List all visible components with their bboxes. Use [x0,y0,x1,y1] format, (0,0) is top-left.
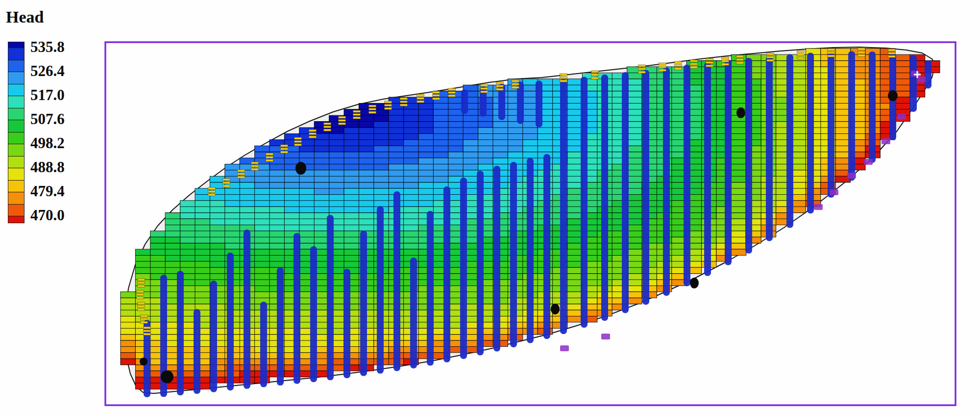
legend-swatch [8,156,24,169]
boundary-condition-mark [238,176,245,178]
grid-column-bar [210,281,217,392]
boundary-condition-mark [251,168,259,170]
boundary-condition-mark [400,104,408,106]
grid-column-bar [393,191,400,371]
boundary-condition-mark [659,69,666,71]
boundary-condition-mark [888,55,896,57]
legend-swatch [8,168,24,181]
grid-column-bar [869,52,876,163]
boundary-condition-mark [448,95,456,97]
grid-column-bar [377,206,384,374]
boundary-condition-mark [385,107,392,109]
grid-column-bar [327,215,334,380]
boundary-condition-mark [433,98,440,100]
boundary-condition-mark [512,83,519,85]
boundary-condition-mark [281,151,288,153]
boundary-condition-mark [591,74,599,76]
boundary-condition-mark [138,309,145,311]
legend-swatch [8,72,24,84]
legend-swatch [8,108,24,121]
boundary-condition-mark [353,114,361,116]
well-marker[interactable] [295,162,306,175]
boundary-condition-mark [324,123,331,125]
boundary-condition-mark [417,94,424,96]
legend-swatch [8,216,24,222]
well-marker[interactable] [161,370,173,383]
boundary-condition-mark [675,68,682,70]
boundary-condition-mark [417,101,424,103]
well-marker[interactable] [690,278,699,288]
boundary-condition-mark [138,302,145,304]
grid-column-bar [460,178,467,359]
grid-column-bar [177,271,184,395]
boundary-condition-mark [706,62,713,64]
boundary-condition-mark [722,57,729,59]
model-plot [0,0,980,416]
boundary-condition-mark [141,315,148,317]
boundary-condition-mark [144,327,151,329]
legend-value: 507.6 [30,110,65,128]
legend-swatch [8,181,24,193]
boundary-condition-mark [137,297,144,299]
boundary-condition-mark [294,144,302,146]
well-marker[interactable] [888,90,898,101]
well-marker[interactable] [140,358,147,365]
grid-column-bar [925,60,931,88]
boundary-condition-mark [448,92,456,94]
boundary-condition-mark [828,49,835,51]
boundary-condition-mark [722,60,729,62]
edge-cell-marker [601,334,610,339]
boundary-condition-mark [281,148,288,150]
boundary-condition-mark [339,123,346,125]
boundary-condition-mark [208,187,216,189]
grid-column-bar [510,162,517,347]
boundary-condition-mark [208,191,216,193]
edge-cell-marker [911,71,920,77]
grid-column-bar [642,70,649,305]
boundary-condition-mark [560,74,567,76]
grid-column-bar [244,230,250,389]
boundary-condition-mark [294,137,302,139]
grid-column-bar [427,211,434,365]
boundary-condition-mark [138,282,145,284]
edge-cell-marker [560,345,569,351]
grid-column-bar [294,233,300,384]
boundary-condition-mark [706,58,713,60]
grid-column-bar [704,62,711,276]
boundary-condition-mark [736,62,744,64]
boundary-condition-mark [385,104,392,106]
grid-column-bar [601,75,608,321]
legend-swatch [8,84,24,97]
grid-column-bar [477,171,484,355]
boundary-condition-mark [659,63,666,65]
boundary-condition-mark [137,290,144,292]
edge-cell-marker [917,77,926,82]
legend-value: 498.2 [30,134,65,152]
legend-swatch [8,120,24,132]
grid-column-bar [828,52,834,198]
grid-column-bar [725,60,732,265]
boundary-condition-mark [266,153,273,155]
boundary-condition-mark [767,53,774,55]
edge-cell-marker [897,114,906,120]
grid-column-bar [443,186,450,363]
legend-value: 517.0 [30,86,65,104]
boundary-condition-mark [767,56,774,58]
boundary-condition-mark [591,77,599,79]
boundary-condition-mark [339,116,346,118]
boundary-condition-mark [369,108,376,110]
boundary-condition-mark [223,182,230,184]
legend-value: 470.0 [30,207,65,224]
well-marker[interactable] [551,304,560,314]
boundary-condition-mark [496,85,504,87]
boundary-condition-mark [858,52,865,53]
grid-column-bar [581,77,588,328]
boundary-condition-mark [309,133,317,135]
legend-swatch [8,60,24,73]
well-marker[interactable] [736,107,745,118]
boundary-condition-mark [560,80,567,82]
grid-column-bar [560,79,567,334]
legend-swatch [8,144,24,156]
grid-column-bar [360,231,367,376]
plus-marker-v [916,71,918,78]
